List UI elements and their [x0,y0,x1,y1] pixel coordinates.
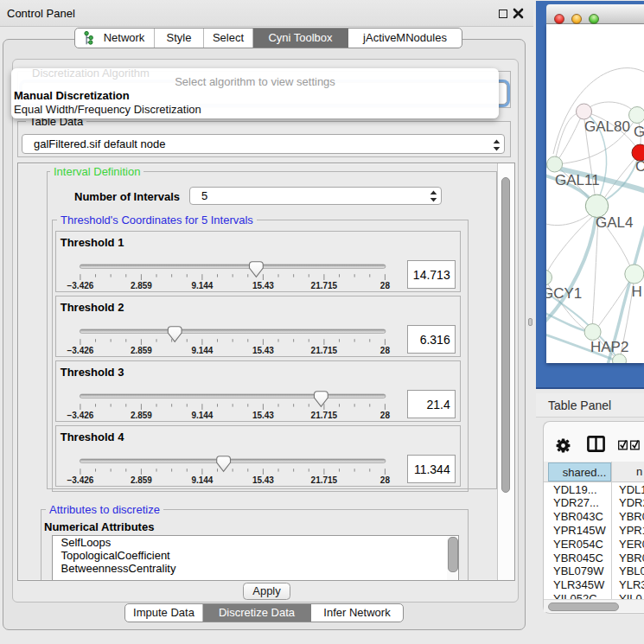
svg-text:HAP2: HAP2 [590,339,628,355]
svg-text:9.144: 9.144 [191,475,213,485]
svg-text:21.715: 21.715 [310,475,337,485]
svg-text:9.144: 9.144 [191,411,213,420]
svg-text:2.859: 2.859 [131,475,152,485]
svg-text:9.144: 9.144 [191,281,213,290]
svg-text:−3.426: −3.426 [67,411,93,420]
svg-text:2.859: 2.859 [131,411,152,420]
svg-text:GA: GA [634,124,644,140]
svg-text:C: C [635,158,644,175]
svg-text:15.43: 15.43 [252,411,274,420]
svg-text:28: 28 [380,346,391,355]
svg-text:GCY1: GCY1 [546,285,582,302]
svg-text:H: H [632,284,642,300]
svg-text:GAL4: GAL4 [596,214,633,231]
svg-text:2.859: 2.859 [131,346,152,355]
svg-text:28: 28 [380,281,391,290]
svg-text:15.43: 15.43 [252,346,274,355]
svg-text:21.715: 21.715 [310,411,337,420]
svg-text:9.144: 9.144 [191,346,213,355]
svg-text:21.715: 21.715 [310,281,337,290]
svg-text:21.715: 21.715 [310,346,337,355]
svg-text:15.43: 15.43 [252,281,274,290]
svg-text:GAL11: GAL11 [555,172,600,188]
svg-text:GAL80: GAL80 [584,118,630,135]
svg-text:2.859: 2.859 [131,281,152,290]
svg-text:28: 28 [380,411,391,420]
svg-text:15.43: 15.43 [252,475,274,485]
svg-text:28: 28 [380,475,391,485]
svg-text:−3.426: −3.426 [67,475,93,485]
svg-text:−3.426: −3.426 [67,281,93,290]
svg-text:−3.426: −3.426 [67,346,93,355]
